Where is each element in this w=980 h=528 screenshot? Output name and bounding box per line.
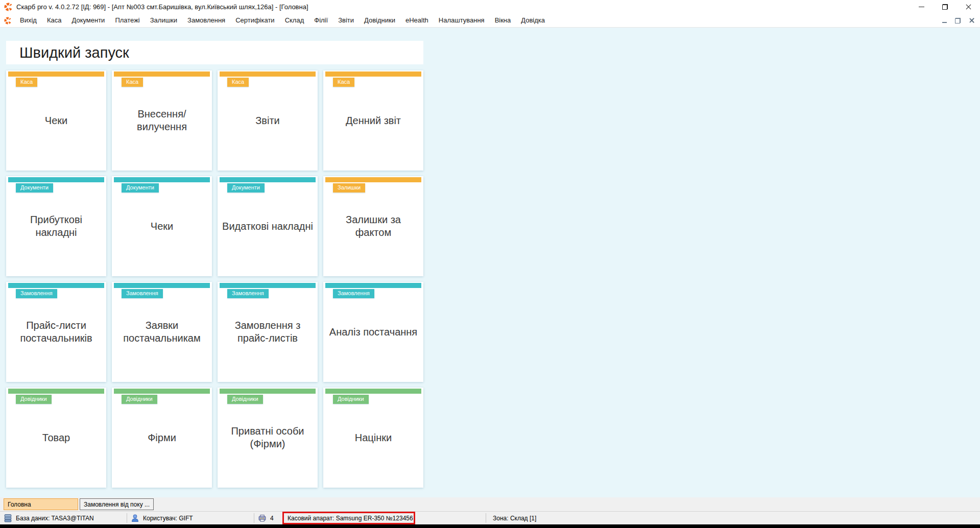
quick-launch-tile[interactable]: КасаЗвіти bbox=[218, 70, 318, 171]
menu-item[interactable]: Довідка bbox=[516, 14, 550, 27]
app-window: Скарб pro v. 4.0.2.72 [ІД: 969] - [Апт №… bbox=[0, 0, 980, 528]
tile-title: Замовлення з прайс-листів bbox=[218, 282, 318, 382]
minimize-button[interactable] bbox=[910, 0, 933, 14]
statusbar-cash-register-highlighted: Касовий апарат: Samsung ER-350 №123456 bbox=[282, 512, 415, 524]
tile-title: Прибуткові накладні bbox=[6, 176, 106, 276]
quick-launch-tile[interactable]: ДовідникиПриватні особи (Фірми) bbox=[218, 388, 318, 488]
title-bar: Скарб pro v. 4.0.2.72 [ІД: 969] - [Апт №… bbox=[0, 0, 980, 14]
tile-title: Націнки bbox=[323, 388, 423, 488]
quick-launch-tile[interactable]: ДокументиПрибуткові накладні bbox=[6, 176, 106, 276]
menu-item[interactable]: Склад bbox=[280, 14, 309, 27]
mdi-window-controls bbox=[942, 14, 975, 27]
menu-item[interactable]: Платежі bbox=[110, 14, 145, 27]
menu-item[interactable]: Замовлення bbox=[182, 14, 230, 27]
mdi-restore-button[interactable] bbox=[955, 18, 961, 23]
tile-title: Залишки за фактом bbox=[323, 176, 423, 276]
menu-item[interactable]: Довідники bbox=[359, 14, 400, 27]
quick-launch-tile[interactable]: ДовідникиНацінки bbox=[323, 388, 423, 488]
menu-bar: ВихідКасаДокументиПлатежіЗалишкиЗамовлен… bbox=[0, 14, 980, 28]
bottom-tab-strip: ГоловнаЗамовлення від поку ... bbox=[0, 497, 980, 511]
quick-launch-header: Швидкий запуск bbox=[6, 41, 423, 64]
mdi-child-logo-icon bbox=[4, 17, 12, 25]
quick-launch-tile[interactable]: ЗамовленняАналіз постачання bbox=[323, 282, 423, 382]
statusbar-database: База даних: TASA3@TITAN bbox=[0, 512, 127, 524]
tile-title: Товар bbox=[6, 388, 106, 488]
quick-launch-tile[interactable]: КасаДенний звіт bbox=[323, 70, 423, 171]
printer-count: 4 bbox=[270, 515, 274, 522]
tab-active[interactable]: Головна bbox=[4, 498, 78, 510]
menu-item[interactable]: Філії bbox=[309, 14, 333, 27]
statusbar-spacer bbox=[415, 512, 486, 524]
minimize-icon bbox=[919, 7, 924, 7]
quick-launch-tile[interactable]: ЗамовленняЗамовлення з прайс-листів bbox=[218, 282, 318, 382]
close-button[interactable] bbox=[957, 0, 980, 14]
status-bar: База даних: TASA3@TITAN Користувач: GIFT bbox=[0, 511, 980, 524]
cash-register-label: Касовий апарат: Samsung ER-350 №123456 bbox=[288, 515, 413, 522]
zone-label: Зона: Склад [1] bbox=[493, 515, 536, 522]
tab[interactable]: Замовлення від поку ... bbox=[80, 498, 154, 510]
tile-title: Приватні особи (Фірми) bbox=[218, 388, 318, 488]
quick-launch-tile[interactable]: КасаЧеки bbox=[6, 70, 106, 171]
tile-title: Аналіз постачання bbox=[323, 282, 423, 382]
tile-title: Чеки bbox=[112, 176, 212, 276]
quick-launch-tile[interactable]: ЗалишкиЗалишки за фактом bbox=[323, 176, 423, 276]
menu-item[interactable]: Документи bbox=[66, 14, 110, 27]
menu-items: ВихідКасаДокументиПлатежіЗалишкиЗамовлен… bbox=[15, 14, 550, 27]
quick-launch-tile[interactable]: ДокументиЧеки bbox=[112, 176, 212, 276]
restore-button[interactable] bbox=[933, 0, 957, 14]
mdi-close-button[interactable] bbox=[969, 17, 975, 23]
statusbar-zone: Зона: Склад [1] bbox=[486, 512, 980, 524]
page-title: Швидкий запуск bbox=[19, 44, 129, 61]
tile-title: Прайс-листи постачальників bbox=[6, 282, 106, 382]
tile-title: Видаткові накладні bbox=[218, 176, 318, 276]
menu-item[interactable]: Налаштування bbox=[434, 14, 490, 27]
screen-edge-strip bbox=[0, 524, 980, 528]
menu-item[interactable]: Вихід bbox=[15, 14, 42, 27]
database-icon bbox=[4, 514, 12, 522]
user-icon bbox=[131, 514, 139, 522]
menu-item[interactable]: Залишки bbox=[145, 14, 182, 27]
quick-launch-tile[interactable]: ДовідникиТовар bbox=[6, 388, 106, 488]
tile-title: Заявки постачальникам bbox=[112, 282, 212, 382]
menu-item[interactable]: Звіти bbox=[333, 14, 359, 27]
quick-launch-tile[interactable]: ДовідникиФірми bbox=[112, 388, 212, 488]
quick-launch-grid: КасаЧекиКасаВнесення/вилученняКасаЗвітиК… bbox=[6, 70, 423, 488]
quick-launch-tile[interactable]: ЗамовленняПрайс-листи постачальників bbox=[6, 282, 106, 382]
tile-title: Денний звіт bbox=[323, 70, 423, 171]
printer-icon bbox=[258, 514, 267, 522]
menu-item[interactable]: Каса bbox=[42, 14, 67, 27]
quick-launch-tile[interactable]: КасаВнесення/вилучення bbox=[112, 70, 212, 171]
tile-title: Звіти bbox=[218, 70, 318, 171]
quick-launch-tile[interactable]: ЗамовленняЗаявки постачальникам bbox=[112, 282, 212, 382]
user-label: Користувач: GIFT bbox=[143, 515, 193, 522]
menu-item[interactable]: Вікна bbox=[490, 14, 516, 27]
tile-title: Чеки bbox=[6, 70, 106, 171]
database-label: База даних: TASA3@TITAN bbox=[16, 515, 94, 522]
quick-launch-tile[interactable]: ДокументиВидаткові накладні bbox=[218, 176, 318, 276]
menu-item[interactable]: Сертифікати bbox=[230, 14, 280, 27]
window-controls bbox=[910, 0, 980, 14]
window-title: Скарб pro v. 4.0.2.72 [ІД: 969] - [Апт №… bbox=[16, 3, 308, 11]
statusbar-printers: 4 bbox=[254, 512, 282, 524]
statusbar-user: Користувач: GIFT bbox=[127, 512, 254, 524]
app-logo-icon bbox=[4, 3, 13, 11]
tile-title: Фірми bbox=[112, 388, 212, 488]
tile-title: Внесення/вилучення bbox=[112, 70, 212, 171]
mdi-workspace: Швидкий запуск КасаЧекиКасаВнесення/вилу… bbox=[0, 28, 980, 497]
close-icon bbox=[965, 4, 972, 10]
menu-item[interactable]: eHealth bbox=[400, 14, 434, 27]
restore-icon bbox=[942, 4, 948, 10]
mdi-minimize-button[interactable] bbox=[942, 22, 947, 23]
